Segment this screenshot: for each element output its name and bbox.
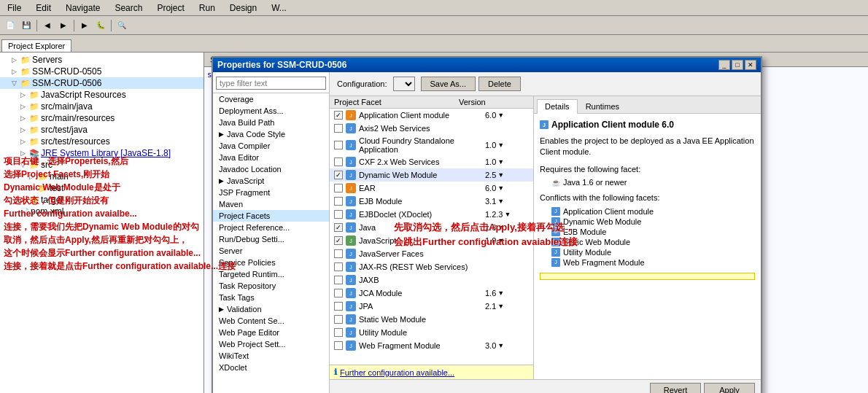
menu-navigate[interactable]: Navigate — [61, 2, 104, 14]
sidebar-item[interactable]: Javadoc Location — [213, 163, 329, 175]
sidebar-item[interactable]: Deployment Ass... — [213, 105, 329, 117]
config-select[interactable] — [393, 77, 415, 91]
sidebar-item[interactable]: Java Build Path — [213, 117, 329, 128]
tree-src-test-java[interactable]: ▷ 📁 src/test/java — [0, 124, 204, 136]
facet-checkbox[interactable] — [334, 289, 343, 297]
sidebar-item[interactable]: Targeted Runtim... — [213, 268, 329, 280]
facet-item[interactable]: ✓ J Java 1.8 ▼ — [330, 221, 533, 234]
tab-project-explorer[interactable]: Project Explorer — [1, 39, 71, 52]
sidebar-item[interactable]: ▶ JavaScript — [213, 175, 329, 187]
version-dropdown-arrow[interactable]: ▼ — [497, 198, 504, 205]
facet-checkbox[interactable] — [334, 124, 343, 133]
facet-item[interactable]: ✓ J Application Client module 6.0 ▼ — [330, 109, 533, 122]
version-dropdown-arrow[interactable]: ▼ — [497, 158, 504, 166]
sidebar-item[interactable]: ▶ Java Code Style — [213, 128, 329, 140]
tab-runtimes[interactable]: Runtimes — [578, 99, 627, 113]
version-dropdown-arrow[interactable]: ▼ — [497, 342, 504, 349]
facet-checkbox[interactable] — [334, 328, 343, 337]
sidebar-item[interactable]: Maven — [213, 198, 329, 210]
menu-run[interactable]: Run — [195, 2, 220, 14]
toolbar-back[interactable]: ◀ — [40, 18, 55, 33]
tree-js-resources[interactable]: ▷ 📁 JavaScript Resources — [0, 89, 204, 101]
sidebar-item[interactable]: ▶ Validation — [213, 303, 329, 315]
facet-item[interactable]: J EJBDoclet (XDoclet) 1.2.3 ▼ — [330, 208, 533, 221]
facet-item[interactable]: J JavaServer Faces — [330, 247, 533, 260]
toolbar-save[interactable]: 💾 — [19, 18, 34, 33]
facet-checkbox[interactable] — [334, 210, 343, 219]
tree-src[interactable]: ▽ 📁 src — [0, 159, 204, 171]
sidebar-item[interactable]: Coverage — [213, 93, 329, 105]
version-dropdown-arrow[interactable]: ▼ — [497, 289, 504, 297]
sidebar-item[interactable]: Web Page Editor — [213, 327, 329, 338]
sidebar-item[interactable]: Run/Debug Setti... — [213, 233, 329, 245]
facet-checkbox[interactable] — [334, 262, 343, 271]
version-dropdown-arrow[interactable]: ▼ — [497, 141, 504, 149]
facet-item[interactable]: J Static Web Module — [330, 313, 533, 326]
facet-checkbox[interactable] — [334, 315, 343, 324]
tree-test[interactable]: ▷ 📁 test — [0, 182, 204, 194]
toolbar-debug[interactable]: 🐛 — [93, 18, 108, 33]
menu-file[interactable]: File — [3, 2, 26, 14]
apply-button[interactable]: Apply — [704, 383, 755, 393]
menu-edit[interactable]: Edit — [31, 2, 55, 14]
sidebar-item[interactable]: WikiText — [213, 350, 329, 362]
facet-checkbox[interactable] — [334, 184, 343, 192]
toolbar-run[interactable]: ▶ — [77, 18, 92, 33]
menu-w[interactable]: W... — [267, 2, 291, 14]
facet-checkbox[interactable] — [334, 302, 343, 311]
facet-checkbox[interactable] — [334, 157, 343, 166]
sidebar-item[interactable]: Web Content Se... — [213, 315, 329, 327]
tree-src-test-resources[interactable]: ▷ 📁 src/test/resources — [0, 136, 204, 147]
facet-item[interactable]: J JAXB — [330, 273, 533, 287]
menu-project[interactable]: Project — [152, 2, 188, 14]
facet-item[interactable]: ✓ J JavaScript 1.0 ▼ — [330, 234, 533, 247]
menu-design[interactable]: Design — [225, 2, 261, 14]
facet-checkbox[interactable]: ✓ — [334, 111, 343, 120]
dialog-close[interactable]: ✕ — [745, 60, 756, 70]
tab-details[interactable]: Details — [537, 99, 578, 114]
tree-target[interactable]: ▷ 📁 target — [0, 194, 204, 206]
delete-button[interactable]: Delete — [478, 77, 521, 91]
tree-servers[interactable]: ▷ 📁 Servers — [0, 54, 204, 66]
filter-input[interactable] — [216, 77, 326, 90]
facet-item[interactable]: J Cloud Foundry Standalone Application 1… — [330, 135, 533, 155]
tree-ssm-0506[interactable]: ▽ 📁 SSM-CRUD-0506 — [0, 77, 204, 89]
facet-item[interactable]: J Axis2 Web Services — [330, 122, 533, 135]
further-config-bar[interactable]: ℹ Further configuration available... — [330, 365, 533, 379]
facet-item[interactable]: J JPA 2.1 ▼ — [330, 300, 533, 313]
version-dropdown-arrow[interactable]: ▼ — [497, 303, 504, 310]
dialog-maximize[interactable]: □ — [732, 60, 743, 70]
tree-src-main-java[interactable]: ▷ 📁 src/main/java — [0, 101, 204, 112]
sidebar-item[interactable]: Service Policies — [213, 257, 329, 268]
version-dropdown-arrow[interactable]: ▼ — [497, 171, 504, 179]
version-dropdown-arrow[interactable]: ▼ — [497, 237, 504, 244]
facet-item[interactable]: J Utility Module — [330, 326, 533, 339]
toolbar-new[interactable]: 📄 — [3, 18, 18, 33]
facet-item[interactable]: J CXF 2.x Web Services 1.0 ▼ — [330, 155, 533, 168]
facet-item[interactable]: J EAR 6.0 ▼ — [330, 182, 533, 195]
facet-checkbox[interactable] — [334, 276, 343, 284]
save-as-button[interactable]: Save As... — [421, 77, 476, 91]
toolbar-search[interactable]: 🔍 — [115, 18, 129, 33]
tree-ssm-0505[interactable]: ▷ 📁 SSM-CRUD-0505 — [0, 66, 204, 77]
tree-main[interactable]: ▷ 📁 main — [0, 171, 204, 182]
facet-item[interactable]: J JCA Module 1.6 ▼ — [330, 287, 533, 300]
version-dropdown-arrow[interactable]: ▼ — [497, 112, 504, 119]
facet-item[interactable]: J EJB Module 3.1 ▼ — [330, 195, 533, 208]
further-config-link[interactable]: Further configuration available... — [340, 368, 454, 377]
facet-item[interactable]: J JAX-RS (REST Web Services) — [330, 260, 533, 273]
sidebar-item[interactable]: JSP Fragment — [213, 187, 329, 198]
facet-checkbox[interactable] — [334, 141, 343, 149]
tree-pom[interactable]: 📄 pom.xml — [0, 206, 204, 217]
facet-checkbox[interactable] — [334, 341, 343, 350]
sidebar-item[interactable]: Task Repository — [213, 280, 329, 292]
sidebar-item[interactable]: Server — [213, 245, 329, 257]
tree-src-main-resources[interactable]: ▷ 📁 src/main/resources — [0, 112, 204, 124]
facet-checkbox[interactable]: ✓ — [334, 223, 343, 232]
sidebar-item[interactable]: Project Facets — [213, 210, 329, 222]
sidebar-item[interactable]: Java Editor — [213, 152, 329, 163]
facet-item[interactable]: ✓ J Dynamic Web Module 2.5 ▼ — [330, 168, 533, 182]
facet-checkbox[interactable] — [334, 249, 343, 258]
version-dropdown-arrow[interactable]: ▼ — [497, 224, 504, 231]
facet-item[interactable]: J Web Fragment Module 3.0 ▼ — [330, 339, 533, 352]
